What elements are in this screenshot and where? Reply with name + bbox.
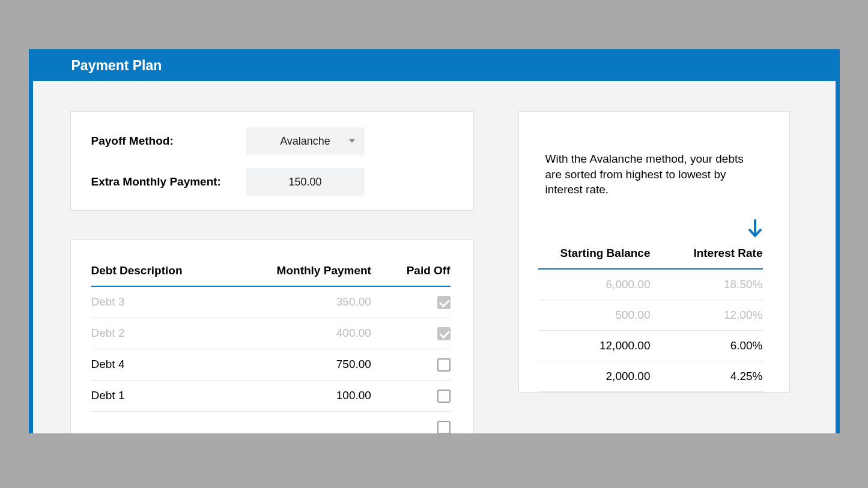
left-column: Payoff Method: Avalanche Extra Monthly P… — [70, 111, 474, 433]
app-header: Payment Plan — [33, 49, 836, 81]
table-row: 12,000.006.00% — [538, 330, 763, 361]
col-header-balance: Starting Balance — [538, 247, 651, 269]
payoff-method-select[interactable]: Avalanche — [246, 127, 365, 155]
interest-rate-cell: 4.25% — [651, 361, 763, 391]
debt-description-cell — [91, 411, 264, 433]
col-header-rate: Interest Rate — [651, 247, 763, 269]
paid-off-cell — [371, 380, 451, 411]
right-column: With the Avalanche method, your debts ar… — [518, 111, 790, 433]
paid-off-cell — [371, 318, 451, 349]
payoff-method-value: Avalanche — [280, 135, 330, 148]
interest-rate-cell: 18.50% — [651, 269, 763, 300]
page-title: Payment Plan — [71, 58, 836, 74]
debts-table: Debt Description Monthly Payment Paid Of… — [91, 264, 451, 433]
table-row: Debt 4750.00 — [91, 349, 451, 380]
settings-panel: Payoff Method: Avalanche Extra Monthly P… — [70, 111, 474, 211]
monthly-payment-cell: 750.00 — [264, 349, 371, 380]
paid-off-checkbox[interactable] — [437, 296, 451, 309]
monthly-payment-cell: 350.00 — [264, 286, 371, 318]
table-row: Debt 1100.00 — [91, 380, 451, 411]
extra-payment-value: 150.00 — [288, 176, 321, 188]
payment-plan-app: Payment Plan Payoff Method: Avalanche Ex… — [29, 49, 840, 433]
extra-payment-row: Extra Monthly Payment: 150.00 — [91, 168, 451, 196]
col-header-paidoff: Paid Off — [371, 264, 451, 286]
table-row: 500.0012.00% — [538, 300, 763, 330]
monthly-payment-cell: 100.00 — [264, 380, 371, 411]
table-row — [91, 411, 451, 433]
col-header-monthly: Monthly Payment — [264, 264, 371, 286]
paid-off-cell — [371, 286, 451, 318]
balance-rate-table: Starting Balance Interest Rate 6,000.001… — [538, 247, 763, 392]
extra-payment-input[interactable]: 150.00 — [246, 168, 365, 196]
arrow-down-icon — [545, 219, 763, 241]
paid-off-checkbox[interactable] — [437, 390, 451, 403]
paid-off-checkbox[interactable] — [437, 421, 451, 433]
paid-off-checkbox[interactable] — [437, 358, 451, 372]
content-area: Payoff Method: Avalanche Extra Monthly P… — [33, 81, 836, 433]
paid-off-checkbox[interactable] — [437, 327, 451, 340]
monthly-payment-cell — [264, 411, 371, 433]
table-row: 6,000.0018.50% — [538, 269, 763, 300]
paid-off-cell — [371, 349, 451, 380]
debt-description-cell: Debt 1 — [91, 380, 264, 411]
monthly-payment-cell: 400.00 — [264, 318, 371, 349]
method-description: With the Avalanche method, your debts ar… — [545, 151, 763, 197]
starting-balance-cell: 12,000.00 — [538, 330, 651, 361]
payoff-method-label: Payoff Method: — [91, 134, 246, 148]
interest-rate-cell: 12.00% — [651, 300, 763, 330]
starting-balance-cell: 2,000.00 — [538, 361, 651, 391]
chevron-down-icon — [349, 139, 355, 143]
debt-description-cell: Debt 3 — [91, 286, 264, 318]
starting-balance-cell: 6,000.00 — [538, 269, 651, 300]
paid-off-cell — [371, 411, 451, 433]
starting-balance-cell: 500.00 — [538, 300, 651, 330]
info-panel: With the Avalanche method, your debts ar… — [518, 111, 790, 393]
table-row: Debt 2400.00 — [91, 318, 451, 349]
payoff-method-row: Payoff Method: Avalanche — [91, 127, 451, 155]
debt-description-cell: Debt 2 — [91, 318, 264, 349]
col-header-description: Debt Description — [91, 264, 264, 286]
interest-rate-cell: 6.00% — [651, 330, 763, 361]
debt-description-cell: Debt 4 — [91, 349, 264, 380]
table-row: Debt 3350.00 — [91, 286, 451, 318]
table-row: 2,000.004.25% — [538, 361, 763, 391]
extra-payment-label: Extra Monthly Payment: — [91, 175, 246, 188]
debts-table-panel: Debt Description Monthly Payment Paid Of… — [70, 239, 474, 433]
